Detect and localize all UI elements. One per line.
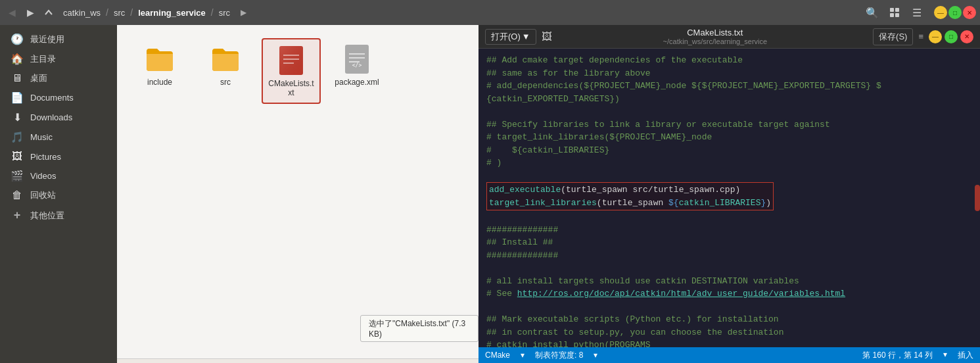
breadcrumb-sep-1: / [106,7,108,18]
breadcrumb: catkin_ws / src / learning_service / src… [59,5,860,20]
sidebar-label-music: Music [30,132,53,142]
menu-button[interactable]: ☰ [908,3,926,22]
sidebar-label-desktop: 桌面 [30,72,47,84]
file-item-include[interactable]: include [130,38,189,104]
breadcrumb-src[interactable]: src [110,7,129,19]
desktop-icon: 🖥 [11,72,24,84]
videos-icon: 🎬 [11,170,24,182]
open-button[interactable]: 打开(O) ▼ [485,29,536,45]
editor-maximize-button[interactable]: □ [945,30,958,43]
xml-file-icon: </> [341,43,373,75]
insert-mode: 插入 [958,350,973,361]
scrollbar-indicator [975,185,980,211]
status-sep-3: ▾ [943,350,947,361]
code-pre: ## Add cmake target dependencies of the … [486,54,972,347]
file-grid: include src [117,25,478,358]
editor-close-button[interactable]: ✕ [960,30,973,43]
search-button[interactable]: 🔍 [863,3,881,22]
editor-title-center: CMakeLists.txt ~/catkin_ws/src/learning_… [557,28,873,45]
svg-rect-0 [890,8,894,12]
sidebar-label-documents: Documents [30,93,74,103]
documents-icon: 📄 [11,91,24,104]
open-dropdown-icon: ▼ [522,32,530,41]
selection-tooltip-text: 选中了"CMakeLists.txt" (7.3 KB) [369,319,465,339]
sidebar-item-documents[interactable]: 📄 Documents [3,88,114,107]
status-sep-2: ▾ [594,351,597,360]
editor-window-controls: — □ ✕ [929,30,973,43]
svg-text:</>: </> [352,62,362,68]
file-statusbar [117,358,478,363]
nav-forward-button[interactable]: ▶ [22,5,38,20]
file-area: include src [117,25,478,363]
editor-menu-button[interactable]: ≡ [913,30,929,43]
sidebar-item-recent[interactable]: 🕐 最近使用 [3,30,114,49]
breadcrumb-sep-3: / [211,7,214,18]
pictures-icon: 🖼 [11,151,24,162]
file-label-include: include [147,78,172,87]
home-icon: 🏠 [11,53,24,65]
sidebar-label-downloads: Downloads [30,112,72,122]
cursor-position[interactable]: 第 160 行，第 14 列 [862,350,933,361]
open-button-label: 打开(O) [491,31,521,43]
file-item-packagexml[interactable]: </> package.xml [327,38,386,104]
nav-up-button[interactable] [41,5,57,20]
breadcrumb-catkin-ws[interactable]: catkin_ws [59,7,105,19]
language-indicator[interactable]: CMake [485,351,510,360]
breadcrumb-expand-button[interactable]: ▶ [235,5,251,20]
svg-rect-9 [345,45,369,74]
downloads-icon: ⬇ [11,111,24,124]
svg-rect-5 [279,46,303,75]
sidebar-item-other[interactable]: + 其他位置 [3,205,114,226]
sidebar-item-music[interactable]: 🎵 Music [3,128,114,147]
window-controls: — □ ✕ [934,6,976,19]
close-button[interactable]: ✕ [963,6,976,19]
cmake-file-icon [275,45,307,76]
editor-content[interactable]: ## Add cmake target dependencies of the … [478,49,980,347]
folder-icon-include [144,43,175,75]
music-icon: 🎵 [11,131,24,143]
sidebar-label-other: 其他位置 [30,210,64,222]
main-area: 🕐 最近使用 🏠 主目录 🖥 桌面 📄 Documents ⬇ Download… [0,25,980,363]
sidebar-label-recent: 最近使用 [30,34,64,45]
svg-rect-3 [895,13,899,17]
toolbar-right: 🔍 ☰ — □ ✕ [863,3,976,22]
file-label-cmakelist: CMakeLists.txt [268,79,314,97]
editor-statusbar: CMake ▾ 制表符宽度: 8 ▾ 第 160 行，第 14 列 ▾ 插入 [478,347,980,363]
sidebar-label-videos: Videos [30,171,57,181]
sidebar-item-home[interactable]: 🏠 主目录 [3,49,114,68]
sidebar-item-desktop[interactable]: 🖥 桌面 [3,69,114,87]
file-item-cmakelist[interactable]: CMakeLists.txt [262,38,321,104]
sidebar-label-home: 主目录 [30,53,56,65]
top-toolbar: ◀ ▶ catkin_ws / src / learning_service /… [0,0,980,25]
sidebar-item-pictures[interactable]: 🖼 Pictures [3,147,114,166]
sidebar-item-videos[interactable]: 🎬 Videos [3,166,114,185]
sidebar-item-downloads[interactable]: ⬇ Downloads [3,108,114,127]
file-label-packagexml: package.xml [335,78,379,87]
file-label-src: src [220,78,231,87]
breadcrumb-sep-2: / [130,7,133,18]
view-toggle-button[interactable] [885,3,904,22]
sidebar-item-trash[interactable]: 🗑 回收站 [3,186,114,205]
breadcrumb-src2[interactable]: src [215,7,234,19]
tab-width-indicator[interactable]: 制表符宽度: 8 [535,350,583,361]
sidebar-label-pictures: Pictures [30,152,61,162]
sidebar-label-trash: 回收站 [30,189,56,201]
nav-back-button[interactable]: ◀ [4,5,20,20]
folder-icon-src [210,43,241,75]
editor-titlebar: 打开(O) ▼ 🖼 CMakeLists.txt ~/catkin_ws/src… [478,25,980,49]
svg-rect-1 [895,8,899,12]
add-icon: + [11,208,24,222]
editor-minimize-button[interactable]: — [929,30,942,43]
editor-filename: CMakeLists.txt [687,28,743,37]
selection-tooltip: 选中了"CMakeLists.txt" (7.3 KB) [360,315,478,342]
maximize-button[interactable]: □ [948,6,962,19]
editor-area: 打开(O) ▼ 🖼 CMakeLists.txt ~/catkin_ws/src… [478,25,980,363]
save-button[interactable]: 保存(S) [873,28,913,45]
breadcrumb-learning-service[interactable]: learning_service [134,7,210,19]
minimize-button[interactable]: — [934,6,947,19]
statusbar-right: 第 160 行，第 14 列 ▾ 插入 [862,350,973,361]
file-item-src[interactable]: src [196,38,255,104]
status-sep-1: ▾ [521,351,525,360]
file-statusbar-container: 选中了"CMakeLists.txt" (7.3 KB) [117,358,478,363]
screenshot-button[interactable]: 🖼 [536,29,557,45]
